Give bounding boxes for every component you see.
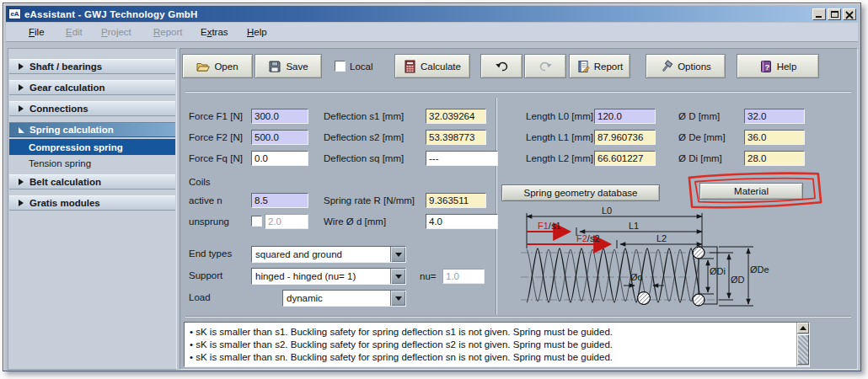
load-label: Load [189, 290, 211, 305]
support-label: Support [189, 268, 222, 283]
spring-geometry-database-button[interactable]: Spring geometry database [501, 184, 660, 201]
calculator-icon [404, 60, 416, 73]
length-l1-label: Length L1 [mm] [526, 130, 593, 145]
spring-diagram: L0 L1 L2 F1/s1 F2/s2 Ød ØDi ØD ØDe [521, 207, 782, 320]
chevron-right-icon [19, 200, 24, 206]
deflection-sq-field[interactable]: --- [426, 151, 498, 166]
close-button[interactable] [843, 8, 856, 20]
undo-button[interactable] [480, 54, 522, 78]
unsprung-checkbox[interactable] [251, 216, 262, 227]
nu-field: 1.0 [442, 269, 485, 284]
deflection-s1-label: Deflection s1 [mm] [324, 109, 404, 124]
force-fq-label: Force Fq [N] [189, 151, 243, 166]
redo-button[interactable] [524, 54, 566, 78]
scroll-up-button[interactable] [797, 323, 809, 334]
options-button[interactable]: Options [646, 54, 726, 78]
menu-item-extras[interactable]: Extras [199, 26, 230, 38]
chevron-down-icon[interactable] [390, 291, 405, 306]
triangle-expanded-icon [19, 127, 24, 133]
sidebar-item-connections[interactable]: Connections [9, 101, 175, 116]
sidebar-item-shaft-bearings[interactable]: Shaft / bearings [9, 59, 175, 74]
dia-de-label: Ø De [mm] [678, 130, 726, 145]
deflection-s2-field: 53.398773 [426, 130, 486, 145]
deflection-s1-field: 32.039264 [426, 109, 486, 124]
load-select[interactable]: dynamic [282, 290, 406, 307]
local-checkbox[interactable] [335, 61, 346, 72]
length-l1-field: 87.960736 [594, 130, 656, 145]
message-line: sK is smaller than s1. Buckling safety f… [190, 326, 796, 339]
diagram-label-l0: L0 [602, 207, 612, 216]
calculate-button[interactable]: Calculate [394, 54, 470, 78]
support-select[interactable]: hinged - hinged (nu= 1) [251, 268, 406, 285]
sidebar-item-belt-calculation[interactable]: Belt calculation [9, 174, 175, 190]
app-icon: eA [8, 8, 21, 19]
sidebar-item-compression-spring[interactable]: Compression spring [9, 139, 175, 155]
force-f1-field[interactable]: 300.0 [251, 109, 308, 124]
wire-d-field[interactable]: 4.0 [426, 214, 498, 229]
message-scrollbar[interactable] [796, 323, 809, 366]
arrow-up-icon [800, 326, 806, 330]
dia-d-label: Ø D [mm] [678, 109, 720, 124]
active-n-field[interactable]: 8.5 [251, 193, 308, 208]
app-window: eA eAssistant - GWJ Technology GmbH File… [3, 3, 861, 371]
message-panel: sK is smaller than s1. Buckling safety f… [184, 322, 810, 367]
menubar: File Edit Project Report Extras Help [6, 23, 858, 42]
spring-coil-back [527, 249, 702, 302]
diagram-label-di: ØDi [710, 266, 726, 276]
scrollbar-thumb[interactable] [797, 334, 809, 365]
dia-di-field: 28.0 [744, 151, 805, 166]
titlebar[interactable]: eA eAssistant - GWJ Technology GmbH [6, 6, 858, 22]
sidebar-item-spring-calculation[interactable]: Spring calculation [9, 122, 175, 137]
message-list: sK is smaller than s1. Buckling safety f… [185, 323, 796, 366]
menu-item-report: Report [152, 26, 185, 38]
wire-d-label: Wire Ø d [mm] [324, 214, 386, 229]
length-l0-field[interactable]: 120.0 [594, 109, 656, 124]
nu-label: nu= [420, 269, 437, 284]
minimize-button[interactable] [812, 8, 826, 20]
length-l2-field: 66.601227 [594, 151, 656, 166]
menu-item-file[interactable]: File [27, 26, 46, 38]
material-button[interactable]: Material [699, 183, 803, 200]
maximize-icon [831, 11, 839, 18]
length-l2-label: Length L2 [mm] [526, 151, 593, 166]
deflection-sq-label: Deflection sq [mm] [324, 151, 404, 166]
chevron-right-icon [19, 179, 24, 185]
menu-item-project: Project [99, 26, 133, 38]
chevron-down-icon[interactable] [390, 269, 405, 284]
minimize-icon [816, 16, 822, 18]
diagram-label-l2: L2 [656, 233, 667, 243]
diagram-label-l1: L1 [629, 221, 639, 231]
help-button[interactable]: ? Help [737, 54, 819, 78]
spring-rate-label: Spring rate R [N/mm] [324, 193, 415, 208]
window-title: eAssistant - GWJ Technology GmbH [24, 9, 198, 19]
force-fq-field[interactable]: 0.0 [251, 151, 308, 166]
spring-coil-front [527, 248, 702, 302]
coils-heading: Coils [189, 174, 211, 190]
sidebar-item-gratis-modules[interactable]: Gratis modules [9, 195, 175, 211]
active-n-label: active n [189, 193, 222, 208]
sidebar-item-gear-calculation[interactable]: Gear calculation [9, 80, 175, 95]
dia-d-field[interactable]: 32.0 [744, 109, 805, 124]
end-types-select[interactable]: squared and ground [251, 246, 406, 263]
spring-rate-field: 9.363511 [426, 193, 486, 208]
undo-icon [495, 60, 509, 72]
maximize-button[interactable] [828, 8, 841, 20]
sidebar-item-tension-spring[interactable]: Tension spring [9, 156, 175, 171]
chevron-down-icon[interactable] [390, 247, 405, 262]
save-button[interactable]: Save [255, 54, 322, 78]
local-checkbox-label: Local [350, 59, 373, 74]
column-separator [496, 98, 497, 315]
save-floppy-icon [268, 60, 281, 73]
report-button[interactable]: Report [569, 54, 630, 78]
open-button[interactable]: Open [182, 54, 253, 78]
diagram-label-de: ØDe [750, 264, 769, 275]
redo-icon [538, 60, 553, 72]
menu-item-edit: Edit [64, 26, 84, 38]
force-f2-field[interactable]: 500.0 [251, 130, 308, 145]
unsprung-field: 2.0 [265, 214, 308, 229]
dia-de-field: 36.0 [744, 130, 805, 145]
chevron-right-icon [19, 63, 24, 70]
end-types-label: End types [189, 246, 232, 261]
menu-item-help[interactable]: Help [245, 26, 269, 38]
dia-di-label: Ø Di [mm] [678, 151, 722, 166]
